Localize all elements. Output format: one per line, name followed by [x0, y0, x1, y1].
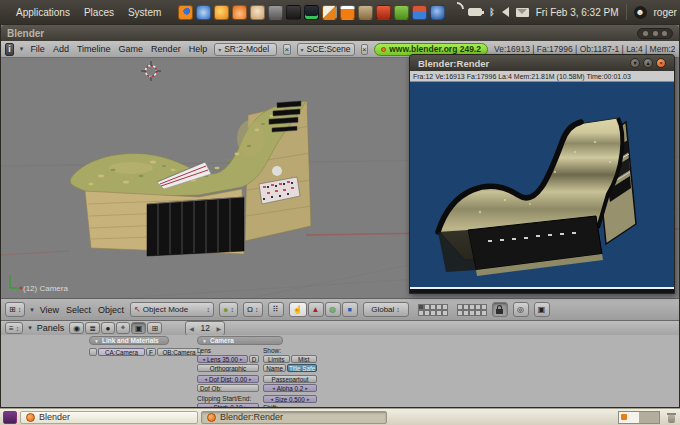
- update-manager-icon[interactable]: [394, 5, 409, 20]
- clip-start-field[interactable]: Start: 0.10: [197, 403, 259, 407]
- file-menu[interactable]: File: [29, 44, 46, 54]
- panel-collapse-icon[interactable]: ▼: [94, 338, 99, 344]
- layer-buttons-left[interactable]: [418, 304, 448, 316]
- taskbar-item-render[interactable]: Blender:Render: [201, 411, 387, 424]
- terminal-icon[interactable]: [286, 5, 301, 20]
- close-icon[interactable]: [662, 31, 667, 36]
- web-browser-icon[interactable]: [196, 5, 211, 20]
- screen-name[interactable]: SR:2-Model: [224, 44, 269, 54]
- screen-delete-button[interactable]: ×: [283, 44, 291, 55]
- mode-dropdown[interactable]: ↖ Object Mode ↕: [130, 302, 214, 317]
- select-menu[interactable]: Select: [65, 305, 92, 315]
- mail-icon[interactable]: [516, 8, 529, 17]
- render-menu[interactable]: Render: [150, 44, 182, 54]
- render-minimize-icon[interactable]: ▾: [630, 58, 640, 68]
- lens-slider[interactable]: Lens 35.00: [197, 355, 248, 363]
- render-preview-icon[interactable]: ◎: [513, 302, 529, 317]
- scene-context-icon[interactable]: ⊞: [147, 322, 162, 334]
- viewport-3d[interactable]: (12) Camera Blender:Render ▾ ▴ × Fra:12 …: [1, 58, 679, 298]
- editor-type-icon[interactable]: ⊞↕: [5, 302, 25, 317]
- lens-d-toggle[interactable]: D: [249, 355, 259, 363]
- username[interactable]: roger: [654, 7, 677, 18]
- blender-launcher-icon[interactable]: [430, 5, 445, 20]
- dof-dist-slider[interactable]: Dof Dist: 0.00: [197, 375, 259, 383]
- frame-increment-icon[interactable]: ▶: [217, 325, 222, 332]
- minimize-icon[interactable]: [643, 31, 648, 36]
- pivot-dropdown[interactable]: Ω↕: [243, 302, 262, 317]
- camera-data-field[interactable]: CA:Camera: [98, 348, 145, 356]
- screen-browse-icon[interactable]: ▾: [218, 46, 221, 53]
- system-monitor-icon[interactable]: [304, 5, 319, 20]
- add-menu[interactable]: Add: [52, 44, 70, 54]
- wifi-icon[interactable]: [449, 8, 461, 16]
- frame-number-field[interactable]: ◀ 12 ▶: [185, 321, 225, 336]
- file-manager-icon[interactable]: [358, 5, 373, 20]
- view-menu[interactable]: View: [39, 305, 60, 315]
- workspace-1[interactable]: [619, 412, 639, 423]
- manipulator-hand-icon[interactable]: ☝: [289, 302, 307, 317]
- frame-decrement-icon[interactable]: ◀: [189, 325, 194, 332]
- screenshot-icon[interactable]: [268, 5, 283, 20]
- scale-manipulator-icon[interactable]: ■: [342, 302, 358, 317]
- render-maximize-icon[interactable]: ▴: [643, 58, 653, 68]
- places-menu[interactable]: Places: [79, 5, 119, 20]
- applications-menu[interactable]: Applications: [11, 5, 75, 20]
- passepartout-toggle[interactable]: Passepartout: [263, 375, 317, 383]
- size-slider[interactable]: Size 0.500: [263, 395, 317, 403]
- alpha-slider[interactable]: Alpha 0.2: [263, 384, 317, 392]
- timeline-menu[interactable]: Timeline: [76, 44, 112, 54]
- orientation-dropdown[interactable]: Global ↕: [363, 302, 409, 317]
- text-editor-icon[interactable]: [322, 5, 337, 20]
- scene-delete-button[interactable]: ×: [361, 44, 369, 55]
- camera-data-browse-icon[interactable]: [89, 348, 97, 356]
- buttons-collapse-icon[interactable]: ▾: [28, 324, 32, 332]
- render-this-view-icon[interactable]: ▣: [534, 302, 550, 317]
- orthographic-toggle[interactable]: Orthographic: [197, 364, 259, 372]
- layer-buttons-right[interactable]: [457, 304, 487, 316]
- name-toggle[interactable]: Name: [263, 364, 286, 372]
- editing-context-icon[interactable]: ▣: [131, 322, 147, 334]
- mist-toggle[interactable]: Mist: [291, 355, 318, 363]
- render-result-image[interactable]: [410, 82, 674, 287]
- battery-icon[interactable]: [468, 8, 482, 16]
- view-header-collapse-icon[interactable]: ▾: [30, 306, 34, 314]
- show-desktop-icon[interactable]: [3, 411, 17, 424]
- scene-selector[interactable]: ▾ SCE:Scene: [297, 43, 355, 56]
- snap-icon[interactable]: ⠿: [268, 302, 284, 317]
- lock-layers-button[interactable]: [492, 302, 508, 317]
- object-menu[interactable]: Object: [97, 305, 125, 315]
- fake-user-button[interactable]: F: [146, 348, 156, 356]
- camera-panel-header[interactable]: ▼ Camera: [197, 336, 283, 345]
- bluetooth-icon[interactable]: ᛒ: [489, 7, 494, 17]
- mail-client-icon[interactable]: [412, 5, 427, 20]
- clock[interactable]: Fri Feb 3, 6:32 PM: [536, 7, 619, 18]
- taskbar-item-blender[interactable]: Blender: [20, 411, 198, 424]
- dof-object-field[interactable]: Dof Ob:: [197, 384, 259, 392]
- logic-context-icon[interactable]: ◉: [69, 322, 84, 334]
- render-titlebar[interactable]: Blender:Render ▾ ▴ ×: [410, 55, 674, 71]
- chat-icon[interactable]: [232, 5, 247, 20]
- trash-icon[interactable]: [666, 412, 677, 423]
- render-close-icon[interactable]: ×: [656, 58, 666, 68]
- frame-number[interactable]: 12: [200, 323, 209, 333]
- header-collapse-icon[interactable]: ▾: [20, 45, 24, 53]
- volume-icon[interactable]: [502, 7, 509, 17]
- panels-menu[interactable]: Panels: [37, 323, 65, 333]
- scene-name[interactable]: SCE:Scene: [307, 44, 351, 54]
- user-avatar[interactable]: ☻: [634, 6, 647, 19]
- user-preferences-icon[interactable]: i: [5, 43, 14, 56]
- package-manager-icon[interactable]: [376, 5, 391, 20]
- blender-titlebar[interactable]: Blender: [1, 25, 679, 41]
- object-name-field[interactable]: OB:Camera: [157, 348, 201, 356]
- object-context-icon[interactable]: ⌖: [116, 322, 130, 334]
- game-menu[interactable]: Game: [118, 44, 145, 54]
- media-disc-icon[interactable]: [250, 5, 265, 20]
- firefox-icon[interactable]: [178, 5, 193, 20]
- scene-browse-icon[interactable]: ▾: [301, 46, 304, 53]
- system-menu[interactable]: System: [123, 5, 166, 20]
- render-window[interactable]: Blender:Render ▾ ▴ × Fra:12 Ve:16913 Fa:…: [409, 54, 675, 294]
- script-context-icon[interactable]: ≣: [85, 322, 100, 334]
- buttons-editor-type-icon[interactable]: ≡↕: [5, 322, 23, 334]
- title-safe-toggle[interactable]: Title Safe: [287, 364, 317, 372]
- vlc-icon[interactable]: [340, 5, 355, 20]
